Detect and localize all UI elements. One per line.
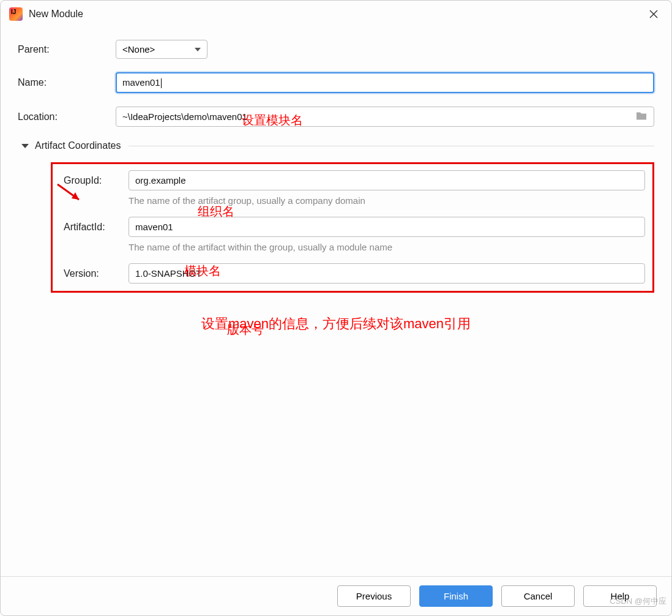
window-title: New Module (29, 9, 83, 20)
artifactid-row: ArtifactId: maven01 (64, 217, 645, 237)
groupid-helper: The name of the artifact group, usually … (129, 195, 645, 206)
artifact-highlight-box: GroupId: org.example The name of the art… (51, 162, 654, 293)
annotation-bottom: 设置maven的信息，方便后续对该maven引用 (18, 315, 654, 333)
parent-row: Parent: <None> (18, 40, 654, 59)
location-value: ~\IdeaProjects\demo\maven01 (122, 111, 247, 122)
location-row: Location: ~\IdeaProjects\demo\maven01 (18, 107, 654, 127)
version-input[interactable]: 1.0-SNAPSHOT (129, 263, 645, 284)
section-title: Artifact Coordinates (35, 140, 121, 151)
folder-icon (635, 111, 648, 121)
version-row: Version: 1.0-SNAPSHOT (64, 263, 645, 284)
artifactid-label: ArtifactId: (64, 222, 129, 233)
footer-bar: Previous Finish Cancel Help (1, 576, 671, 615)
name-row: Name: maven01 (18, 72, 654, 93)
intellij-icon (9, 7, 23, 21)
name-input[interactable]: maven01 (116, 72, 654, 93)
section-divider (129, 146, 654, 146)
groupid-label: GroupId: (64, 175, 129, 186)
chevron-down-icon (21, 144, 29, 148)
groupid-value: org.example (135, 175, 186, 186)
artifactid-input[interactable]: maven01 (129, 217, 645, 237)
close-icon (649, 10, 658, 18)
text-cursor (161, 78, 162, 88)
title-bar: New Module (1, 1, 671, 28)
parent-label: Parent: (18, 44, 116, 55)
browse-folder-button[interactable] (635, 111, 648, 122)
help-button[interactable]: Help (583, 585, 657, 607)
name-value: maven01 (122, 77, 160, 88)
groupid-row: GroupId: org.example (64, 170, 645, 190)
name-label: Name: (18, 77, 116, 88)
artifact-coordinates-toggle[interactable]: Artifact Coordinates (21, 140, 654, 151)
cancel-button[interactable]: Cancel (501, 585, 575, 607)
artifactid-value: maven01 (135, 222, 173, 232)
content-area: Parent: <None> Name: maven01 Location: ~… (1, 28, 671, 576)
annotation-version: 版本号 (227, 321, 264, 338)
groupid-input[interactable]: org.example (129, 170, 645, 190)
version-label: Version: (64, 268, 129, 279)
finish-button[interactable]: Finish (419, 585, 493, 607)
artifactid-helper: The name of the artifact within the grou… (129, 242, 645, 252)
parent-dropdown[interactable]: <None> (116, 40, 207, 59)
location-input[interactable]: ~\IdeaProjects\demo\maven01 (116, 107, 654, 127)
parent-value: <None> (122, 44, 155, 54)
close-button[interactable] (644, 5, 663, 23)
version-value: 1.0-SNAPSHOT (135, 268, 201, 279)
location-label: Location: (18, 111, 116, 122)
previous-button[interactable]: Previous (337, 585, 411, 607)
